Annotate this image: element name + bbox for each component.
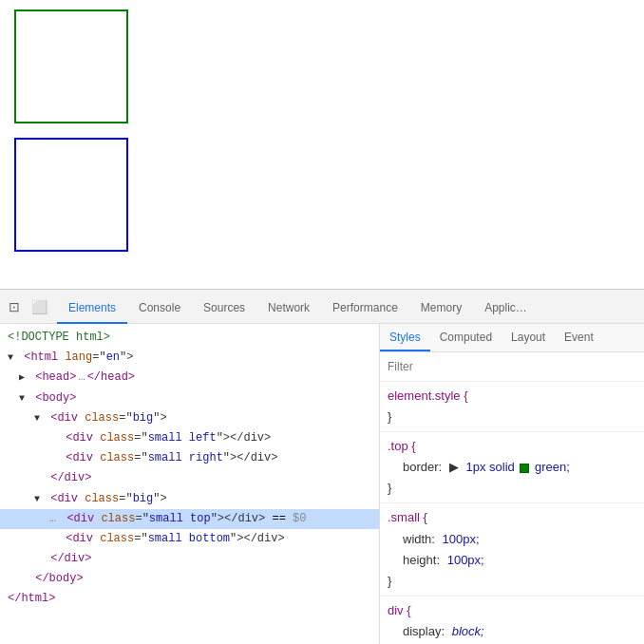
html-line: <div class="small left"></div> <box>0 428 379 448</box>
sub-tab-event[interactable]: Event <box>555 325 603 351</box>
main-content: <!DOCTYPE html> <html lang="en"> <head>…… <box>0 324 644 644</box>
toolbar-icons: ⊡ ⬜ <box>4 296 49 317</box>
html-line: <head>…</head> <box>0 368 379 388</box>
html-line: </html> <box>0 589 379 609</box>
html-line: <div class="small bottom"></div> <box>0 529 379 549</box>
html-tag: <html <box>24 350 65 364</box>
sub-tab-layout[interactable]: Layout <box>502 325 555 351</box>
css-rule-small: .small { width: 100px; height: 100px; } <box>380 503 644 596</box>
blue-box <box>14 138 128 252</box>
html-line: <div class="big"> <box>0 489 379 509</box>
filter-box <box>380 352 644 382</box>
devtools-panel: ⊡ ⬜ Elements Console Sources Network Per… <box>0 290 644 644</box>
html-line: <!DOCTYPE html> <box>0 328 379 348</box>
triangle-icon[interactable] <box>34 411 44 421</box>
right-panel: Styles Computed Layout Event element.sty… <box>380 324 644 644</box>
css-rule-div: div { display: block; } <box>380 597 644 644</box>
css-property-height: height: 100px; <box>388 550 636 571</box>
html-line: </div> <box>0 549 379 569</box>
css-closing-brace: } <box>388 407 636 427</box>
html-panel: <!DOCTYPE html> <html lang="en"> <head>…… <box>0 324 380 644</box>
triangle-icon[interactable] <box>19 370 28 380</box>
html-line: </div> <box>0 468 379 488</box>
css-closing-brace: } <box>388 478 636 499</box>
css-selector-line: element.style { <box>388 386 636 407</box>
css-rule-element-style: element.style { } <box>380 382 644 432</box>
sub-tab-computed[interactable]: Computed <box>430 325 502 351</box>
triangle-icon[interactable] <box>19 391 28 401</box>
css-selector-line: .small { <box>388 507 636 528</box>
triangle-icon[interactable] <box>34 492 44 502</box>
green-box <box>14 9 128 123</box>
device-icon[interactable]: ⬜ <box>28 296 49 317</box>
sub-tab-styles[interactable]: Styles <box>380 325 430 351</box>
dots-indicator: … <box>49 512 56 525</box>
devtools-toolbar: ⊡ ⬜ Elements Console Sources Network Per… <box>0 290 644 324</box>
preview-area <box>0 0 644 290</box>
html-line-highlighted[interactable]: … <div class="small top"></div> == $0 <box>0 509 379 529</box>
tab-console[interactable]: Console <box>127 294 192 324</box>
css-selector-line: div { <box>388 600 636 621</box>
css-property-width: width: 100px; <box>388 529 636 550</box>
tab-elements[interactable]: Elements <box>57 294 127 324</box>
main-tab-list: Elements Console Sources Network Perform… <box>57 290 539 324</box>
css-property-display: display: block; <box>388 621 636 642</box>
html-line: </body> <box>0 569 379 589</box>
sub-tab-list: Styles Computed Layout Event <box>380 324 644 352</box>
doctype-text: <!DOCTYPE html> <box>8 331 110 344</box>
inspect-icon[interactable]: ⊡ <box>4 296 25 317</box>
html-line: <body> <box>0 388 379 408</box>
tab-application[interactable]: Applic… <box>473 294 539 324</box>
html-line: <div class="big"> <box>0 408 379 428</box>
html-line: <html lang="en"> <box>0 348 379 368</box>
css-rule-top: .top { border: ▶ 1px solid green; } <box>380 432 644 503</box>
css-closing-brace: } <box>388 571 636 592</box>
color-swatch-green[interactable] <box>520 464 529 473</box>
tab-sources[interactable]: Sources <box>192 294 256 324</box>
tab-network[interactable]: Network <box>256 294 321 324</box>
css-selector-line: .top { <box>388 436 636 457</box>
html-line: <div class="small right"></div> <box>0 448 379 468</box>
tab-memory[interactable]: Memory <box>409 294 473 324</box>
tab-performance[interactable]: Performance <box>321 294 409 324</box>
filter-input[interactable] <box>388 356 636 377</box>
styles-content: element.style { } .top { border: ▶ 1px s… <box>380 382 644 644</box>
triangle-icon[interactable] <box>8 350 17 360</box>
css-property-border: border: ▶ 1px solid green; <box>388 457 636 478</box>
